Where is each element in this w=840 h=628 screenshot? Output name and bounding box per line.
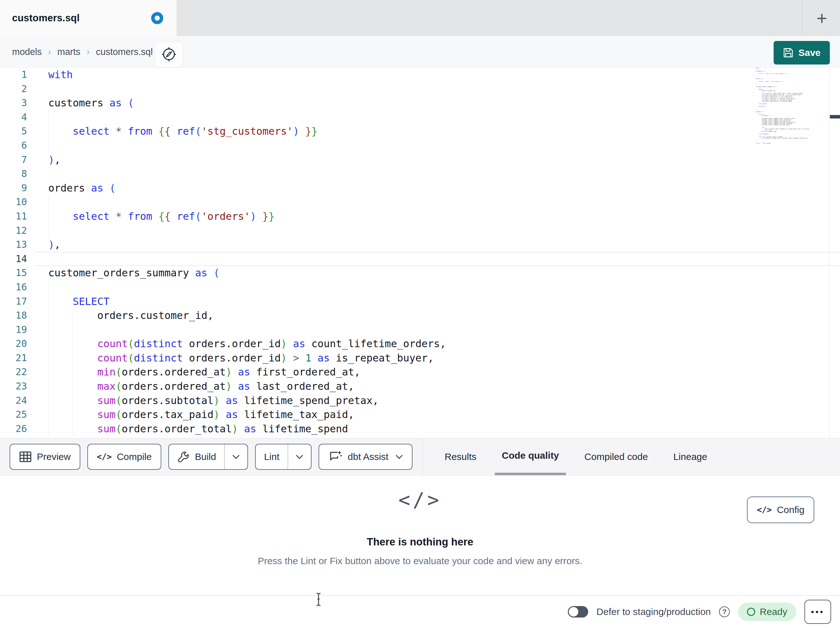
preview-button[interactable]: Preview [9,444,81,470]
ready-circle-icon [747,607,755,616]
tab-code-quality[interactable]: Code quality [495,438,566,475]
config-button[interactable]: </> Config [747,497,814,523]
code-editor[interactable]: 1with23customers as (45 select * from {{… [0,68,840,438]
tab-results[interactable]: Results [437,438,483,475]
line-number: 16 [0,280,35,294]
indent-guide [48,408,49,422]
indent-guide [48,337,49,351]
defer-label: Defer to staging/production [597,606,711,617]
line-number: 21 [0,351,35,365]
chevron-right-icon: › [87,47,90,57]
plus-icon: + [816,7,827,28]
dbt-assist-button-label: dbt Assist [348,451,388,462]
code-line[interactable]: 4 [0,110,840,125]
minimap[interactable]: with customers as ( select * from {{ ref… [756,68,829,148]
status-bar: Defer to staging/production ? Ready ••• [0,595,840,628]
toggle-knob [569,607,578,617]
dbt-assist-button[interactable]: dbt Assist [319,444,412,470]
line-number: 2 [0,82,35,96]
indent-guide [48,139,49,153]
editor-scrollbar-thumb[interactable] [830,115,840,119]
dbt-ide-window: customers.sql + models › marts › custome… [0,0,840,628]
code-line[interactable]: 12 [0,224,840,238]
code-editor-lines: 1with23customers as (45 select * from {{… [0,68,840,436]
indent-guide [48,379,49,394]
new-tab-button[interactable]: + [808,5,835,31]
code-line[interactable]: 2 [0,82,840,96]
toolbar-divider [423,438,423,475]
line-number: 23 [0,379,35,394]
code-line[interactable]: 10 [0,195,840,209]
code-line[interactable]: 22 min(orders.ordered_at) as first_order… [0,365,840,379]
code-line[interactable]: 26 sum(orders.order_total) as lifetime_s… [0,422,840,436]
code-brackets-icon: </> [97,452,112,462]
code-line[interactable]: 16 [0,280,840,294]
indent-guide [48,110,49,125]
line-number: 1 [0,68,35,82]
compile-button[interactable]: </> Compile [87,444,161,470]
status-bar-right: Defer to staging/production ? Ready ••• [568,596,831,628]
code-line[interactable]: 9orders as ( [0,181,840,195]
indent-guide [48,224,49,238]
more-options-button[interactable]: ••• [804,600,831,624]
copilot-compass-button[interactable] [155,41,183,67]
wrench-icon [177,451,190,463]
line-number: 26 [0,422,35,436]
line-number: 13 [0,237,35,252]
build-button[interactable]: Build [169,445,224,469]
code-line[interactable]: 18 orders.customer_id, [0,308,840,323]
tab-lineage[interactable]: Lineage [666,438,714,475]
code-line[interactable]: 11 select * from {{ ref('orders') }} [0,209,840,224]
line-number: 10 [0,195,35,209]
code-line[interactable]: 14 [0,252,840,266]
code-line[interactable]: 7), [0,153,840,167]
code-line[interactable]: 15customer_orders_summary as ( [0,266,840,280]
code-line[interactable]: 23 max(orders.ordered_at) as last_ordere… [0,379,840,394]
tab-customers-sql[interactable]: customers.sql [0,0,177,36]
save-button[interactable]: Save [774,41,830,65]
save-button-label: Save [798,47,821,58]
build-dropdown-button[interactable] [224,445,247,469]
breadcrumb: models › marts › customers.sql [12,36,153,68]
indent-guide [48,195,49,209]
code-line[interactable]: 20 count(distinct orders.order_id) as co… [0,337,840,351]
toolbar-buttons: Preview </> Compile Build [9,438,412,475]
lint-button[interactable]: Lint [256,445,287,469]
question-mark-glyph: ? [723,607,726,616]
question-circle-icon[interactable]: ? [719,606,730,617]
code-line[interactable]: 21 count(distinct orders.order_id) > 1 a… [0,351,840,365]
indent-guide [48,365,49,379]
code-line[interactable]: 8 [0,167,840,181]
config-button-label: Config [777,505,804,515]
code-line[interactable]: 25 sum(orders.tax_paid) as lifetime_tax_… [0,408,840,422]
chevron-down-icon [395,454,403,459]
indent-guide [48,209,49,224]
compile-button-label: Compile [117,451,152,462]
indent-guide [48,422,49,436]
unsaved-changes-dot-icon [151,12,163,24]
code-line[interactable]: 17 SELECT [0,294,840,309]
breadcrumb-marts[interactable]: marts [57,47,81,57]
line-number: 19 [0,323,35,337]
lint-dropdown-button[interactable] [288,445,311,469]
code-line[interactable]: 6 [0,139,840,153]
code-line[interactable]: 1with [0,68,840,82]
chat-plus-icon [328,450,343,464]
indent-guide [48,323,49,337]
breadcrumb-file[interactable]: customers.sql [96,47,153,57]
code-line[interactable]: 19 [0,323,840,337]
line-number: 9 [0,181,35,195]
indent-guide [48,124,49,139]
indent-guide [48,394,49,408]
tab-title: customers.sql [0,13,80,24]
line-number: 18 [0,308,35,323]
code-line[interactable]: 5 select * from {{ ref('stg_customers') … [0,124,840,139]
tab-bar: customers.sql + [0,0,840,36]
tab-compiled-code[interactable]: Compiled code [577,438,655,475]
line-number: 6 [0,139,35,153]
code-line[interactable]: 13), [0,237,840,252]
breadcrumb-models[interactable]: models [12,47,42,57]
defer-toggle[interactable] [568,606,588,617]
code-line[interactable]: 3customers as ( [0,96,840,110]
code-line[interactable]: 24 sum(orders.subtotal) as lifetime_spen… [0,394,840,408]
